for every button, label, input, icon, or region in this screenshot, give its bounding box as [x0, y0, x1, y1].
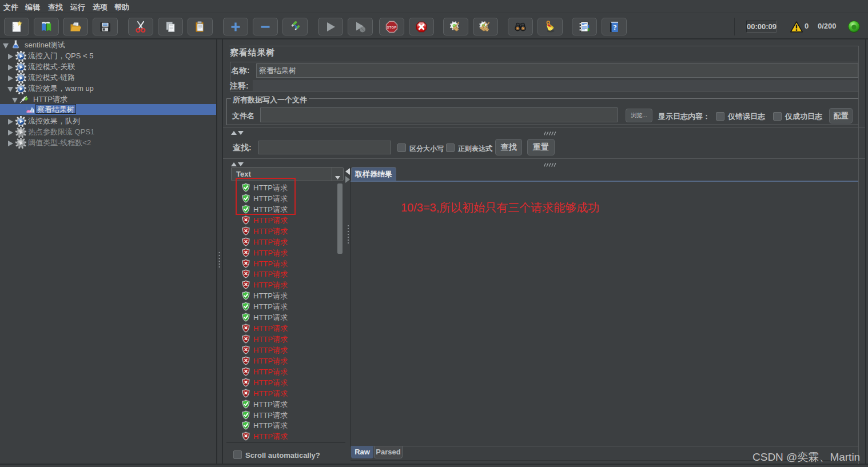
- svg-text:?: ?: [613, 23, 617, 31]
- svg-text:STOP: STOP: [387, 25, 396, 29]
